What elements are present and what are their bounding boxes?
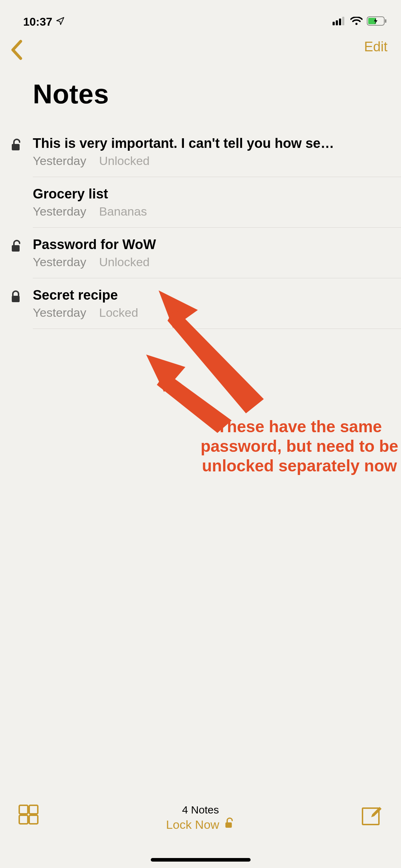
- svg-rect-0: [333, 22, 335, 25]
- nav-bar: Edit: [0, 36, 401, 82]
- svg-rect-15: [19, 805, 28, 814]
- svg-rect-2: [339, 19, 341, 25]
- svg-point-4: [355, 23, 358, 25]
- note-date: Yesterday: [33, 205, 86, 218]
- note-title: Grocery list: [33, 186, 390, 202]
- svg-rect-10: [12, 296, 20, 302]
- grid-view-button[interactable]: [18, 804, 39, 827]
- note-row[interactable]: Secret recipe Yesterday Locked: [0, 278, 401, 329]
- note-date: Yesterday: [33, 255, 86, 269]
- status-time: 10:37: [23, 15, 52, 29]
- note-preview: Unlocked: [99, 154, 150, 168]
- note-preview: Bananas: [99, 205, 147, 218]
- wifi-icon: [350, 17, 363, 27]
- compose-button[interactable]: [360, 804, 383, 828]
- svg-rect-3: [342, 17, 344, 25]
- back-button[interactable]: [10, 39, 24, 61]
- status-bar: 10:37: [0, 0, 401, 36]
- svg-rect-17: [19, 815, 28, 824]
- notes-count: 4 Notes: [166, 804, 235, 816]
- svg-marker-13: [146, 355, 185, 392]
- location-icon: [56, 17, 65, 27]
- lock-now-button[interactable]: Lock Now: [166, 817, 235, 832]
- annotation-text: These have the same password, but need t…: [196, 417, 401, 476]
- svg-rect-8: [12, 144, 20, 150]
- edit-button[interactable]: Edit: [364, 39, 387, 55]
- page-title: Notes: [0, 78, 401, 109]
- unlocked-icon: [224, 817, 235, 832]
- svg-marker-14: [157, 372, 232, 433]
- svg-rect-18: [29, 815, 38, 824]
- unlocked-icon: [11, 240, 23, 254]
- note-preview: Unlocked: [99, 255, 150, 269]
- note-title: Secret recipe: [33, 288, 390, 303]
- note-preview: Locked: [99, 306, 138, 320]
- svg-rect-16: [29, 805, 38, 814]
- bottom-toolbar: 4 Notes Lock Now: [0, 797, 401, 868]
- cellular-icon: [333, 17, 346, 27]
- unlocked-icon: [11, 139, 23, 153]
- svg-rect-1: [336, 20, 338, 25]
- notes-list: This is very important. I can't tell you…: [0, 126, 401, 329]
- note-title: This is very important. I can't tell you…: [33, 136, 390, 151]
- svg-rect-7: [385, 19, 386, 23]
- locked-icon: [11, 290, 21, 305]
- note-date: Yesterday: [33, 154, 86, 168]
- note-row[interactable]: This is very important. I can't tell you…: [0, 126, 401, 177]
- note-row[interactable]: Password for WoW Yesterday Unlocked: [0, 228, 401, 278]
- lock-now-label: Lock Now: [166, 818, 219, 832]
- svg-rect-19: [225, 822, 232, 828]
- battery-icon: [367, 16, 387, 27]
- home-indicator[interactable]: [151, 858, 251, 862]
- svg-rect-9: [12, 245, 20, 252]
- note-row[interactable]: Grocery list Yesterday Bananas: [0, 177, 401, 228]
- note-date: Yesterday: [33, 306, 86, 320]
- note-title: Password for WoW: [33, 237, 390, 252]
